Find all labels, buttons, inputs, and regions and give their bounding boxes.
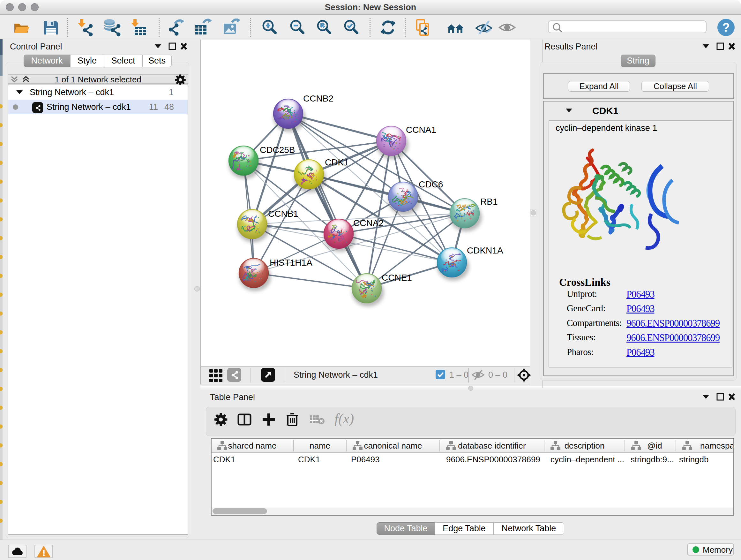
svg-text:CCNA2: CCNA2 xyxy=(353,218,384,228)
svg-text:RB1: RB1 xyxy=(480,197,497,206)
svg-text:HIST1H1A: HIST1H1A xyxy=(270,258,313,267)
svg-text:CCNB2: CCNB2 xyxy=(303,94,333,104)
svg-text:CCNB1: CCNB1 xyxy=(268,209,298,219)
svg-text:CDC6: CDC6 xyxy=(419,179,443,189)
svg-text:CCNE1: CCNE1 xyxy=(382,273,412,283)
svg-text:CDKN1A: CDKN1A xyxy=(467,246,503,255)
svg-text:CCNA1: CCNA1 xyxy=(406,125,436,135)
svg-text:CDK1: CDK1 xyxy=(325,158,349,167)
svg-text:CDC25B: CDC25B xyxy=(260,145,295,155)
